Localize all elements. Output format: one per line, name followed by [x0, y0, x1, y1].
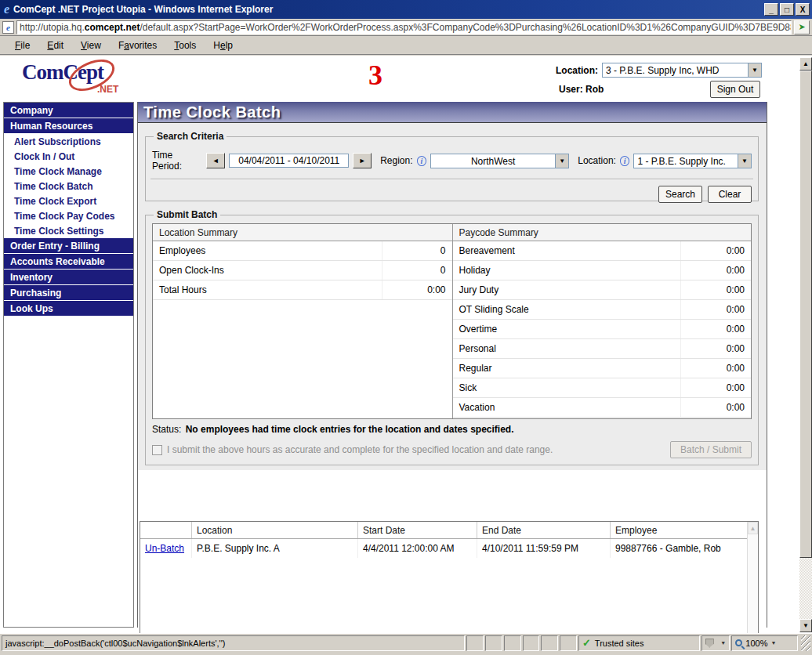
ie-icon: e — [4, 2, 9, 16]
close-button[interactable]: X — [796, 3, 810, 16]
summary-filler — [153, 300, 452, 418]
status-bar: javascript:__doPostBack('ctl00$ucNavigat… — [0, 633, 812, 655]
sidebar-item-alert-subscriptions[interactable]: Alert Subscriptions — [4, 134, 133, 149]
next-period-button[interactable]: ► — [353, 153, 372, 168]
chevron-down-icon[interactable]: ▼ — [748, 63, 761, 77]
summary-table: Location Summary Employees 0 Open Clock-… — [152, 223, 752, 419]
session-location-row: Location: 3 - P.B.E. Supply Inc, WHD ▼ — [556, 63, 762, 78]
sidebar-item-accounts-receivable[interactable]: Accounts Receivable — [4, 254, 133, 270]
column-header-location: Location — [192, 522, 358, 538]
summary-row: Holiday 0:00 — [453, 261, 752, 280]
location-label: Location: — [556, 65, 598, 76]
chevron-down-icon[interactable]: ▼ — [555, 154, 568, 168]
comcept-logo: ComCept .NET — [22, 60, 140, 100]
menu-file[interactable]: File — [6, 38, 38, 53]
sidebar-item-time-clock-pay-codes[interactable]: Time Clock Pay Codes — [4, 208, 133, 223]
menu-help[interactable]: Help — [205, 38, 241, 53]
submit-batch-legend: Submit Batch — [154, 209, 220, 220]
summary-row: OT Sliding Scale 0:00 — [453, 300, 752, 320]
magnifier-icon — [735, 639, 742, 646]
zoom-panel[interactable]: 100% ▼ — [731, 635, 798, 651]
cell-end-date: 4/10/2011 11:59:59 PM — [477, 539, 611, 558]
prev-period-button[interactable]: ◄ — [206, 153, 225, 168]
sidebar-item-look-ups[interactable]: Look Ups — [4, 301, 133, 317]
column-header-end: End Date — [477, 522, 611, 538]
summary-row: Personal 0:00 — [453, 339, 752, 359]
paycode-summary-header: Paycode Summary — [453, 224, 752, 241]
scroll-down-icon[interactable]: ▼ — [799, 619, 812, 632]
sidebar-nav: Company Human Resources Alert Subscripti… — [3, 102, 134, 628]
sign-out-button[interactable]: Sign Out — [710, 81, 760, 98]
search-button[interactable]: Search — [658, 186, 702, 203]
logo-net-label: .NET — [97, 84, 118, 95]
protection-icon — [705, 639, 714, 648]
sidebar-item-time-clock-export[interactable]: Time Clock Export — [4, 194, 133, 208]
sidebar-item-time-clock-settings[interactable]: Time Clock Settings — [4, 223, 133, 238]
table-scroll-up-icon[interactable]: ▲ — [748, 522, 758, 534]
scroll-up-icon[interactable]: ▲ — [799, 57, 812, 71]
sidebar-item-time-clock-batch[interactable]: Time Clock Batch — [4, 179, 133, 194]
protection-panel[interactable]: ▼ — [701, 635, 730, 651]
cell-employee: 99887766 - Gamble, Rob — [611, 539, 758, 558]
column-header-employee: Employee — [611, 522, 758, 538]
summary-row: Open Clock-Ins 0 — [153, 261, 452, 280]
summary-row: Total Hours 0:00 — [153, 280, 452, 300]
region-value: NorthWest — [431, 154, 555, 168]
url-domain: comcept.net — [85, 22, 140, 33]
header-location-select[interactable]: 3 - P.B.E. Supply Inc, WHD ▼ — [602, 63, 762, 78]
address-input[interactable]: http://utopia.hq.comcept.net/default.asp… — [16, 20, 792, 34]
page-scrollbar[interactable]: ▲ ▼ — [799, 57, 812, 632]
search-location-select[interactable]: 1 - P.B.E. Supply Inc. ▼ — [633, 154, 752, 168]
submit-batch-fieldset: Submit Batch Location Summary Employees … — [145, 209, 759, 465]
un-batch-link[interactable]: Un-Batch — [145, 543, 184, 554]
scroll-thumb[interactable] — [799, 71, 812, 558]
summary-row: Sick 0:00 — [453, 378, 752, 398]
sidebar-item-purchasing[interactable]: Purchasing — [4, 285, 133, 301]
statusbar-panel — [466, 635, 484, 651]
divider — [150, 179, 753, 180]
certify-checkbox[interactable] — [152, 445, 162, 455]
page-content: ComCept .NET 3 Location: 3 - P.B.E. Supp… — [0, 56, 812, 633]
resize-grip[interactable] — [801, 635, 810, 651]
statusbar-link-text: javascript:__doPostBack('ctl00$ucNavigat… — [2, 635, 465, 651]
go-button-icon[interactable]: ➤ — [794, 20, 810, 34]
summary-row: Jury Duty 0:00 — [453, 280, 752, 300]
region-label: Region: — [380, 155, 412, 166]
search-criteria-legend: Search Criteria — [154, 131, 227, 142]
paycode-summary-column: Paycode Summary Bereavement 0:00 Holiday… — [452, 224, 752, 418]
check-icon: ✓ — [582, 637, 591, 649]
sidebar-item-human-resources[interactable]: Human Resources — [4, 118, 133, 134]
trusted-sites-panel: ✓ Trusted sites — [578, 635, 700, 651]
minimize-button[interactable]: _ — [764, 3, 778, 16]
status-line: Status: No employees had time clock entr… — [152, 424, 752, 435]
zoom-level: 100% — [745, 639, 767, 648]
sidebar-item-clock-in-out[interactable]: Clock In / Out — [4, 149, 133, 164]
region-select[interactable]: NorthWest ▼ — [430, 154, 569, 168]
sidebar-item-company[interactable]: Company — [4, 103, 133, 118]
location-info-icon[interactable]: i — [620, 156, 629, 166]
chevron-down-icon[interactable]: ▼ — [738, 154, 751, 168]
statusbar-panel — [541, 635, 558, 651]
menu-bar: File Edit View Favorites Tools Help — [0, 37, 812, 55]
menu-edit[interactable]: Edit — [38, 38, 72, 53]
sidebar-item-time-clock-manage[interactable]: Time Clock Manage — [4, 164, 133, 179]
summary-row: Vacation 0:00 — [453, 398, 752, 418]
summary-row: Overtime 0:00 — [453, 320, 752, 339]
location-summary-header: Location Summary — [153, 224, 452, 241]
time-period-label: Time Period: — [152, 150, 202, 172]
chevron-down-icon: ▼ — [770, 640, 776, 646]
maximize-button[interactable]: □ — [780, 3, 794, 16]
batch-submit-button[interactable]: Batch / Submit — [670, 441, 752, 458]
menu-tools[interactable]: Tools — [165, 38, 205, 53]
region-info-icon[interactable]: i — [417, 156, 426, 166]
sidebar-item-order-entry-billing[interactable]: Order Entry - Billing — [4, 238, 133, 254]
clear-button[interactable]: Clear — [708, 186, 752, 203]
menu-favorites[interactable]: Favorites — [110, 38, 165, 53]
form-area: Search Criteria Time Period: ◄ ► Region:… — [138, 123, 767, 470]
sidebar-item-inventory[interactable]: Inventory — [4, 270, 133, 285]
menu-view[interactable]: View — [72, 38, 110, 53]
time-period-input[interactable] — [229, 154, 349, 168]
page-title: Time Clock Batch — [138, 102, 767, 123]
summary-row: Employees 0 — [153, 241, 452, 261]
summary-row: Regular 0:00 — [453, 359, 752, 378]
